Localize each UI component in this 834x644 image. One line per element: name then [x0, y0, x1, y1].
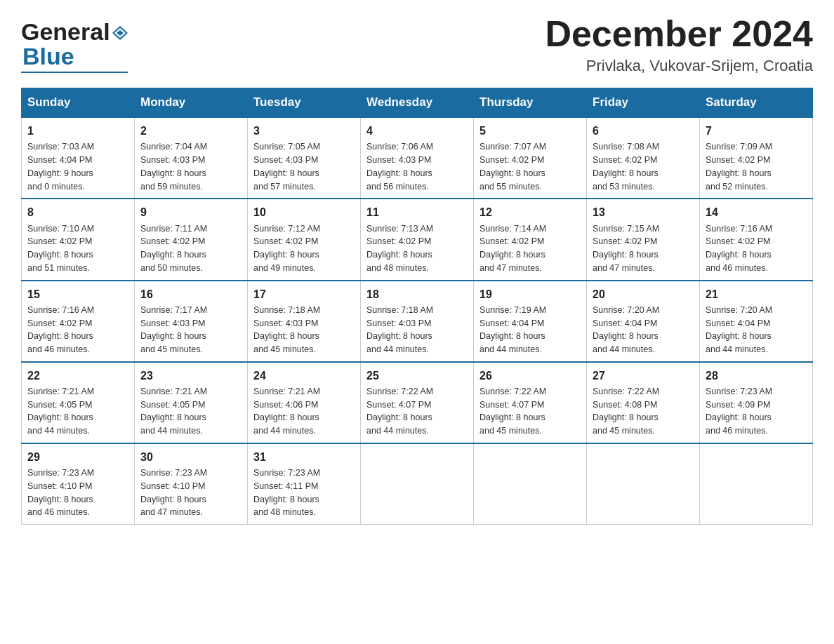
- day-cell: 6Sunrise: 7:08 AM Sunset: 4:02 PM Daylig…: [587, 117, 700, 199]
- day-number: 24: [253, 368, 355, 384]
- day-info: Sunrise: 7:22 AM Sunset: 4:08 PM Dayligh…: [593, 385, 694, 438]
- day-number: 18: [366, 286, 468, 302]
- day-info: Sunrise: 7:22 AM Sunset: 4:07 PM Dayligh…: [366, 385, 468, 438]
- day-info: Sunrise: 7:14 AM Sunset: 4:02 PM Dayligh…: [479, 222, 581, 275]
- day-info: Sunrise: 7:18 AM Sunset: 4:03 PM Dayligh…: [366, 304, 468, 356]
- header-cell-saturday: Saturday: [700, 88, 813, 118]
- day-number: 6: [593, 123, 694, 139]
- week-row-3: 15Sunrise: 7:16 AM Sunset: 4:02 PM Dayli…: [22, 281, 813, 362]
- week-row-5: 29Sunrise: 7:23 AM Sunset: 4:10 PM Dayli…: [22, 443, 813, 525]
- day-number: 30: [140, 449, 241, 465]
- day-info: Sunrise: 7:23 AM Sunset: 4:10 PM Dayligh…: [140, 467, 241, 519]
- day-number: 12: [479, 204, 581, 220]
- day-info: Sunrise: 7:04 AM Sunset: 4:03 PM Dayligh…: [140, 140, 241, 193]
- calendar-table: SundayMondayTuesdayWednesdayThursdayFrid…: [21, 88, 813, 525]
- day-cell: 15Sunrise: 7:16 AM Sunset: 4:02 PM Dayli…: [22, 281, 135, 362]
- header-cell-monday: Monday: [135, 88, 248, 118]
- day-cell: [361, 443, 474, 525]
- day-cell: 8Sunrise: 7:10 AM Sunset: 4:02 PM Daylig…: [22, 199, 135, 280]
- location-subtitle: Privlaka, Vukovar-Srijem, Croatia: [545, 57, 813, 75]
- day-info: Sunrise: 7:06 AM Sunset: 4:03 PM Dayligh…: [366, 140, 468, 193]
- header-cell-friday: Friday: [587, 88, 700, 118]
- day-info: Sunrise: 7:11 AM Sunset: 4:02 PM Dayligh…: [140, 222, 241, 275]
- week-row-1: 1Sunrise: 7:03 AM Sunset: 4:04 PM Daylig…: [22, 117, 813, 199]
- day-cell: 17Sunrise: 7:18 AM Sunset: 4:03 PM Dayli…: [248, 281, 361, 362]
- day-cell: 18Sunrise: 7:18 AM Sunset: 4:03 PM Dayli…: [361, 281, 474, 362]
- day-cell: 30Sunrise: 7:23 AM Sunset: 4:10 PM Dayli…: [135, 443, 248, 525]
- day-cell: 21Sunrise: 7:20 AM Sunset: 4:04 PM Dayli…: [700, 281, 813, 362]
- day-info: Sunrise: 7:21 AM Sunset: 4:06 PM Dayligh…: [253, 385, 355, 438]
- day-number: 25: [366, 368, 468, 384]
- day-info: Sunrise: 7:23 AM Sunset: 4:09 PM Dayligh…: [706, 385, 807, 438]
- day-number: 3: [253, 123, 355, 139]
- day-info: Sunrise: 7:20 AM Sunset: 4:04 PM Dayligh…: [706, 304, 807, 356]
- logo-blue-row: Blue: [21, 43, 74, 70]
- day-info: Sunrise: 7:23 AM Sunset: 4:10 PM Dayligh…: [27, 467, 128, 519]
- day-cell: 12Sunrise: 7:14 AM Sunset: 4:02 PM Dayli…: [474, 199, 587, 280]
- calendar-header: SundayMondayTuesdayWednesdayThursdayFrid…: [22, 88, 813, 118]
- day-cell: 1Sunrise: 7:03 AM Sunset: 4:04 PM Daylig…: [22, 117, 135, 199]
- day-cell: 27Sunrise: 7:22 AM Sunset: 4:08 PM Dayli…: [587, 362, 700, 443]
- day-number: 7: [706, 123, 807, 139]
- day-cell: 5Sunrise: 7:07 AM Sunset: 4:02 PM Daylig…: [474, 117, 587, 199]
- logo-blue-text: Blue: [22, 43, 74, 70]
- day-cell: 24Sunrise: 7:21 AM Sunset: 4:06 PM Dayli…: [248, 362, 361, 443]
- day-cell: 3Sunrise: 7:05 AM Sunset: 4:03 PM Daylig…: [248, 117, 361, 199]
- logo-flag-icon: [112, 26, 128, 40]
- day-cell: 14Sunrise: 7:16 AM Sunset: 4:02 PM Dayli…: [700, 199, 813, 280]
- header-cell-thursday: Thursday: [474, 88, 587, 118]
- day-cell: [474, 443, 587, 525]
- day-number: 22: [27, 368, 128, 384]
- day-cell: 19Sunrise: 7:19 AM Sunset: 4:04 PM Dayli…: [474, 281, 587, 362]
- day-number: 20: [593, 286, 694, 302]
- day-cell: [700, 443, 813, 525]
- day-number: 28: [706, 368, 807, 384]
- day-number: 13: [593, 204, 694, 220]
- day-info: Sunrise: 7:03 AM Sunset: 4:04 PM Dayligh…: [27, 140, 128, 193]
- day-cell: 7Sunrise: 7:09 AM Sunset: 4:02 PM Daylig…: [700, 117, 813, 199]
- logo-general-text: General: [21, 18, 110, 46]
- day-info: Sunrise: 7:09 AM Sunset: 4:02 PM Dayligh…: [706, 140, 807, 193]
- day-number: 4: [366, 123, 468, 139]
- calendar-body: 1Sunrise: 7:03 AM Sunset: 4:04 PM Daylig…: [22, 117, 813, 524]
- day-cell: 13Sunrise: 7:15 AM Sunset: 4:02 PM Dayli…: [587, 199, 700, 280]
- day-number: 26: [479, 368, 581, 384]
- month-title: December 2024: [545, 14, 813, 54]
- day-cell: 28Sunrise: 7:23 AM Sunset: 4:09 PM Dayli…: [700, 362, 813, 443]
- header-cell-tuesday: Tuesday: [248, 88, 361, 118]
- day-info: Sunrise: 7:07 AM Sunset: 4:02 PM Dayligh…: [479, 140, 581, 193]
- day-info: Sunrise: 7:10 AM Sunset: 4:02 PM Dayligh…: [27, 222, 128, 275]
- day-info: Sunrise: 7:18 AM Sunset: 4:03 PM Dayligh…: [253, 304, 355, 356]
- day-info: Sunrise: 7:23 AM Sunset: 4:11 PM Dayligh…: [253, 467, 355, 519]
- day-number: 10: [253, 204, 355, 220]
- day-cell: 16Sunrise: 7:17 AM Sunset: 4:03 PM Dayli…: [135, 281, 248, 362]
- week-row-2: 8Sunrise: 7:10 AM Sunset: 4:02 PM Daylig…: [22, 199, 813, 280]
- day-number: 9: [140, 204, 241, 220]
- day-cell: 25Sunrise: 7:22 AM Sunset: 4:07 PM Dayli…: [361, 362, 474, 443]
- day-number: 17: [253, 286, 355, 302]
- header-cell-wednesday: Wednesday: [361, 88, 474, 118]
- day-cell: 22Sunrise: 7:21 AM Sunset: 4:05 PM Dayli…: [22, 362, 135, 443]
- day-cell: 11Sunrise: 7:13 AM Sunset: 4:02 PM Dayli…: [361, 199, 474, 280]
- day-info: Sunrise: 7:16 AM Sunset: 4:02 PM Dayligh…: [706, 222, 807, 275]
- day-number: 23: [140, 368, 241, 384]
- day-number: 2: [140, 123, 241, 139]
- header-row: SundayMondayTuesdayWednesdayThursdayFrid…: [22, 88, 813, 118]
- day-info: Sunrise: 7:22 AM Sunset: 4:07 PM Dayligh…: [479, 385, 581, 438]
- day-number: 16: [140, 286, 241, 302]
- day-cell: 4Sunrise: 7:06 AM Sunset: 4:03 PM Daylig…: [361, 117, 474, 199]
- header-cell-sunday: Sunday: [22, 88, 135, 118]
- day-number: 8: [27, 204, 128, 220]
- day-info: Sunrise: 7:20 AM Sunset: 4:04 PM Dayligh…: [593, 304, 694, 356]
- day-number: 19: [479, 286, 581, 302]
- day-number: 27: [593, 368, 694, 384]
- day-cell: 26Sunrise: 7:22 AM Sunset: 4:07 PM Dayli…: [474, 362, 587, 443]
- day-number: 31: [253, 449, 355, 465]
- day-number: 14: [706, 204, 807, 220]
- day-info: Sunrise: 7:05 AM Sunset: 4:03 PM Dayligh…: [253, 140, 355, 193]
- day-cell: 9Sunrise: 7:11 AM Sunset: 4:02 PM Daylig…: [135, 199, 248, 280]
- day-number: 1: [27, 123, 128, 139]
- day-info: Sunrise: 7:19 AM Sunset: 4:04 PM Dayligh…: [479, 304, 581, 356]
- day-cell: 2Sunrise: 7:04 AM Sunset: 4:03 PM Daylig…: [135, 117, 248, 199]
- day-number: 5: [479, 123, 581, 139]
